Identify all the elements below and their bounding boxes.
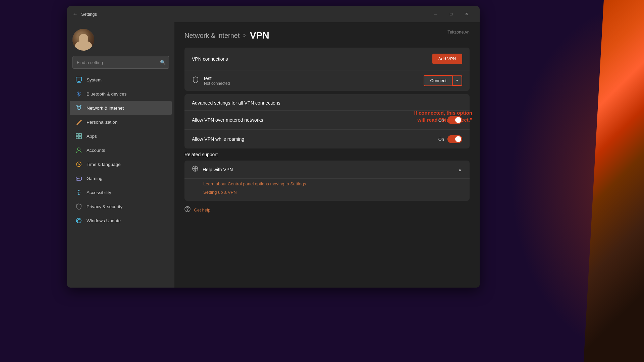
advanced-settings-card: Advanced settings for all VPN connection…: [184, 94, 470, 148]
settings-window: ← Settings ─ □ ✕ 🔍: [67, 6, 480, 288]
system-icon: [75, 76, 83, 83]
svg-rect-7: [79, 133, 82, 136]
connect-button[interactable]: Connect: [424, 75, 452, 86]
support-link-0[interactable]: Learn about Control panel options moving…: [203, 181, 462, 186]
sidebar-item-update[interactable]: Windows Update: [70, 214, 172, 228]
support-chevron-icon: ▲: [458, 167, 462, 172]
support-label: Help with VPN: [203, 167, 233, 172]
sidebar-item-privacy[interactable]: Privacy & security: [70, 199, 172, 214]
support-link-1[interactable]: Setting up a VPN: [203, 190, 462, 195]
sidebar-item-apps[interactable]: Apps: [70, 129, 172, 143]
sidebar-item-gaming[interactable]: Gaming: [70, 171, 172, 185]
sidebar-item-system[interactable]: System: [70, 73, 172, 87]
back-button[interactable]: ←: [72, 11, 78, 17]
svg-point-5: [78, 108, 79, 109]
support-header-left: Help with VPN: [192, 165, 233, 174]
titlebar-title: Settings: [81, 12, 428, 17]
svg-rect-9: [79, 136, 82, 139]
breadcrumb: Network & internet > VPN: [184, 30, 470, 41]
time-icon: [75, 161, 83, 168]
add-vpn-button[interactable]: Add VPN: [432, 54, 462, 64]
search-icon: 🔍: [160, 60, 166, 65]
avatar-image: [72, 29, 94, 51]
toggle-right-metered: On: [438, 116, 462, 124]
search-input[interactable]: [72, 56, 169, 69]
sidebar-item-label-apps: Apps: [87, 134, 97, 139]
related-support-section: Related support Help with VPN ▲ Learn ab…: [184, 152, 470, 201]
advanced-settings-title: Advanced settings for all VPN connection…: [184, 94, 470, 110]
toggle-row-metered: Allow VPN over metered networks On: [184, 110, 470, 129]
vpn-expand-button[interactable]: ▾: [452, 75, 462, 86]
svg-rect-6: [76, 133, 78, 136]
bg-decoration: [510, 0, 644, 362]
svg-point-18: [80, 179, 81, 179]
apps-icon: [75, 132, 83, 140]
network-icon: [75, 104, 83, 112]
toggle-label-metered: Allow VPN over metered networks: [192, 117, 263, 123]
toggle-state-metered: On: [438, 118, 444, 123]
related-support-title: Related support: [184, 152, 470, 161]
content-area: Tekzone.vn Network & internet > VPN VPN …: [174, 22, 480, 288]
sidebar-item-personalization[interactable]: Personalization: [70, 115, 172, 129]
gaming-icon: [75, 175, 83, 182]
vpn-status: Not connected: [204, 81, 419, 86]
get-help-label: Get help: [194, 207, 210, 213]
get-help[interactable]: Get help: [184, 201, 470, 215]
close-button[interactable]: ✕: [459, 9, 474, 19]
svg-line-13: [79, 164, 80, 165]
bg-books: [543, 0, 644, 362]
avatar: [72, 29, 94, 51]
personalization-icon: [75, 118, 83, 126]
svg-rect-8: [76, 136, 78, 139]
main-layout: 🔍 System Bluetooth & devices: [67, 22, 480, 288]
svg-line-3: [77, 93, 79, 94]
vpn-header: VPN connections Add VPN: [184, 48, 470, 70]
get-help-icon: [184, 206, 191, 214]
sidebar-item-label-system: System: [87, 77, 102, 82]
sidebar-item-label-network: Network & internet: [87, 106, 124, 111]
breadcrumb-separator: >: [243, 32, 247, 39]
titlebar: ← Settings ─ □ ✕: [67, 6, 480, 22]
svg-line-4: [77, 94, 79, 95]
vpn-connections-title: VPN connections: [192, 56, 228, 62]
toggle-metered[interactable]: [447, 116, 462, 124]
toggle-roaming[interactable]: [447, 135, 462, 143]
sidebar-item-label-gaming: Gaming: [87, 176, 102, 181]
svg-point-19: [78, 190, 79, 191]
titlebar-controls: ─ □ ✕: [428, 9, 474, 19]
svg-rect-1: [78, 81, 80, 82]
bluetooth-icon: [75, 90, 83, 98]
watermark: Tekzone.vn: [447, 29, 470, 35]
privacy-icon: [75, 203, 83, 210]
search-box: 🔍: [72, 56, 169, 69]
avatar-section: [67, 22, 174, 56]
toggle-right-roaming: On: [438, 135, 462, 143]
sidebar: 🔍 System Bluetooth & devices: [67, 22, 174, 288]
breadcrumb-current: VPN: [250, 30, 269, 41]
sidebar-item-accessibility[interactable]: Accessibility: [70, 185, 172, 199]
accessibility-icon: [75, 189, 83, 196]
svg-point-17: [79, 178, 80, 179]
sidebar-item-label-privacy: Privacy & security: [87, 204, 122, 209]
update-icon: [75, 217, 83, 224]
sidebar-item-bluetooth[interactable]: Bluetooth & devices: [70, 87, 172, 101]
support-globe-icon: [192, 165, 199, 174]
toggle-row-roaming: Allow VPN while roaming On: [184, 129, 470, 148]
vpn-actions: Connect ▾: [424, 75, 462, 86]
sidebar-item-label-time: Time & language: [87, 162, 121, 167]
sidebar-item-label-update: Windows Update: [87, 218, 121, 223]
toggle-state-roaming: On: [438, 137, 444, 142]
sidebar-item-network[interactable]: Network & internet: [70, 101, 172, 115]
sidebar-item-accounts[interactable]: Accounts: [70, 143, 172, 157]
svg-point-10: [77, 148, 80, 150]
sidebar-item-time[interactable]: Time & language: [70, 157, 172, 171]
sidebar-item-label-accounts: Accounts: [87, 148, 105, 153]
vpn-info: test Not connected: [204, 76, 419, 86]
support-header[interactable]: Help with VPN ▲: [184, 161, 470, 178]
maximize-button[interactable]: □: [443, 9, 459, 19]
vpn-connections-card: VPN connections Add VPN test Not connect…: [184, 48, 470, 91]
sidebar-item-label-accessibility: Accessibility: [87, 190, 111, 195]
minimize-button[interactable]: ─: [428, 9, 443, 19]
sidebar-nav: System Bluetooth & devices Network & int…: [67, 73, 174, 228]
toggle-label-roaming: Allow VPN while roaming: [192, 136, 244, 142]
